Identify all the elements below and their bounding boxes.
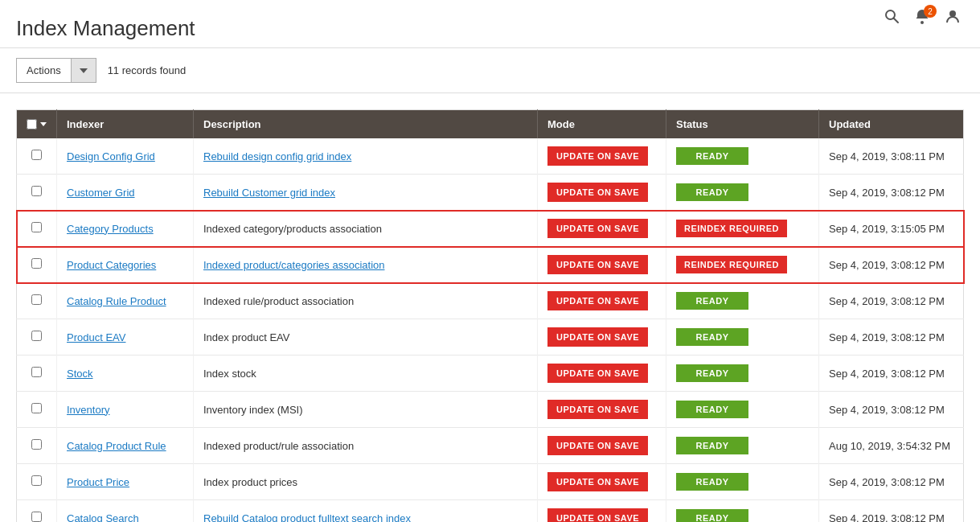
row-checkbox[interactable] bbox=[31, 331, 42, 341]
updated-date: Sep 4, 2019, 3:08:12 PM bbox=[819, 500, 964, 523]
index-table: Indexer Description Mode Status Updated … bbox=[16, 109, 964, 522]
indexer-name-link[interactable]: Category Products bbox=[67, 223, 154, 235]
row-checkbox[interactable] bbox=[31, 403, 42, 413]
chevron-down-icon bbox=[80, 68, 88, 73]
updated-date: Sep 4, 2019, 3:08:11 PM bbox=[819, 138, 964, 175]
description-text: Indexed rule/product association bbox=[194, 283, 538, 319]
updated-date: Sep 4, 2019, 3:08:12 PM bbox=[819, 464, 964, 500]
description-text: Indexed product/rule association bbox=[194, 428, 538, 464]
actions-arrow[interactable] bbox=[71, 59, 96, 82]
status-badge: READY bbox=[676, 364, 748, 382]
svg-line-1 bbox=[894, 18, 899, 23]
description-text: Inventory index (MSI) bbox=[194, 392, 538, 428]
row-checkbox[interactable] bbox=[31, 294, 42, 305]
table-row: Catalog Rule ProductIndexed rule/product… bbox=[17, 283, 964, 319]
mode-button[interactable]: UPDATE ON SAVE bbox=[547, 183, 648, 202]
status-badge: READY bbox=[676, 509, 748, 522]
table-row: Customer GridRebuild Customer grid index… bbox=[17, 175, 964, 211]
row-checkbox[interactable] bbox=[31, 512, 42, 522]
indexer-name-link[interactable]: Catalog Product Rule bbox=[67, 440, 166, 452]
indexer-name-link[interactable]: Customer Grid bbox=[67, 187, 135, 199]
status-badge: REINDEX REQUIRED bbox=[676, 220, 787, 237]
svg-point-2 bbox=[921, 21, 924, 24]
table-row: Category ProductsIndexed category/produc… bbox=[17, 211, 964, 247]
mode-button[interactable]: UPDATE ON SAVE bbox=[547, 508, 648, 522]
updated-date: Sep 4, 2019, 3:08:12 PM bbox=[819, 283, 964, 319]
description-link[interactable]: Indexed product/categories association bbox=[203, 259, 384, 271]
status-badge: REINDEX REQUIRED bbox=[676, 256, 787, 273]
row-checkbox[interactable] bbox=[31, 222, 42, 232]
select-all-chevron-icon[interactable] bbox=[40, 122, 47, 126]
description-link[interactable]: Rebuild Customer grid index bbox=[203, 187, 335, 199]
indexer-name-link[interactable]: Product EAV bbox=[67, 331, 125, 343]
table-row: Product EAVIndex product EAVUPDATE ON SA… bbox=[17, 319, 964, 356]
mode-button[interactable]: UPDATE ON SAVE bbox=[547, 327, 648, 347]
indexer-name-link[interactable]: Inventory bbox=[67, 404, 109, 416]
col-header-status: Status bbox=[666, 110, 819, 139]
col-header-description: Description bbox=[194, 110, 538, 139]
svg-point-3 bbox=[949, 10, 956, 17]
description-link[interactable]: Rebuild design config grid index bbox=[203, 150, 351, 162]
notification-icon[interactable]: 2 bbox=[914, 8, 933, 27]
table-row: Design Config GridRebuild design config … bbox=[17, 138, 964, 175]
status-badge: READY bbox=[676, 473, 748, 491]
status-badge: READY bbox=[676, 437, 748, 454]
col-header-indexer: Indexer bbox=[57, 110, 194, 139]
row-checkbox[interactable] bbox=[31, 439, 42, 450]
mode-button[interactable]: UPDATE ON SAVE bbox=[547, 146, 648, 166]
row-checkbox[interactable] bbox=[31, 258, 42, 269]
select-all-header[interactable] bbox=[17, 110, 57, 139]
status-badge: READY bbox=[676, 401, 748, 418]
indexer-name-link[interactable]: Stock bbox=[67, 368, 93, 380]
notification-badge: 2 bbox=[924, 5, 937, 18]
description-text: Indexed category/products association bbox=[194, 211, 538, 247]
row-checkbox[interactable] bbox=[31, 186, 42, 196]
updated-date: Sep 4, 2019, 3:08:12 PM bbox=[819, 175, 964, 211]
indexer-name-link[interactable]: Product Categories bbox=[67, 259, 156, 271]
indexer-name-link[interactable]: Catalog Rule Product bbox=[67, 295, 166, 307]
description-text: Index stock bbox=[194, 356, 538, 392]
row-checkbox[interactable] bbox=[31, 367, 42, 377]
table-row: StockIndex stockUPDATE ON SAVEREADYSep 4… bbox=[17, 356, 964, 392]
user-icon[interactable] bbox=[945, 8, 964, 27]
col-header-mode: Mode bbox=[538, 110, 666, 139]
updated-date: Sep 4, 2019, 3:08:12 PM bbox=[819, 392, 964, 428]
updated-date: Sep 4, 2019, 3:15:05 PM bbox=[819, 211, 964, 247]
indexer-name-link[interactable]: Design Config Grid bbox=[67, 150, 155, 162]
updated-date: Aug 10, 2019, 3:54:32 PM bbox=[819, 428, 964, 464]
records-count: 11 records found bbox=[108, 64, 187, 76]
mode-button[interactable]: UPDATE ON SAVE bbox=[547, 436, 648, 455]
mode-button[interactable]: UPDATE ON SAVE bbox=[547, 219, 648, 238]
indexer-name-link[interactable]: Product Price bbox=[67, 476, 129, 488]
description-link[interactable]: Rebuild Catalog product fulltext search … bbox=[203, 512, 411, 523]
table-row: Product CategoriesIndexed product/catego… bbox=[17, 247, 964, 283]
row-checkbox[interactable] bbox=[31, 475, 42, 486]
table-row: InventoryInventory index (MSI)UPDATE ON … bbox=[17, 392, 964, 428]
table-row: Product PriceIndex product pricesUPDATE … bbox=[17, 464, 964, 500]
mode-button[interactable]: UPDATE ON SAVE bbox=[547, 400, 648, 419]
updated-date: Sep 4, 2019, 3:08:12 PM bbox=[819, 356, 964, 392]
status-badge: READY bbox=[676, 328, 748, 346]
page-title: Index Management bbox=[16, 8, 964, 47]
status-badge: READY bbox=[676, 147, 748, 165]
updated-date: Sep 4, 2019, 3:08:12 PM bbox=[819, 319, 964, 356]
indexer-name-link[interactable]: Catalog Search bbox=[67, 512, 139, 523]
description-text: Index product prices bbox=[194, 464, 538, 500]
table-row: Catalog SearchRebuild Catalog product fu… bbox=[17, 500, 964, 523]
mode-button[interactable]: UPDATE ON SAVE bbox=[547, 255, 648, 274]
description-text: Index product EAV bbox=[194, 319, 538, 356]
status-badge: READY bbox=[676, 292, 748, 310]
status-badge: READY bbox=[676, 183, 748, 201]
table-row: Catalog Product RuleIndexed product/rule… bbox=[17, 428, 964, 464]
mode-button[interactable]: UPDATE ON SAVE bbox=[547, 291, 648, 310]
actions-dropdown[interactable]: Actions bbox=[16, 58, 96, 83]
col-header-updated: Updated bbox=[819, 110, 964, 139]
actions-label: Actions bbox=[17, 59, 71, 82]
select-all-checkbox[interactable] bbox=[27, 119, 37, 129]
row-checkbox[interactable] bbox=[31, 150, 42, 160]
mode-button[interactable]: UPDATE ON SAVE bbox=[547, 472, 648, 491]
mode-button[interactable]: UPDATE ON SAVE bbox=[547, 364, 648, 383]
search-icon[interactable] bbox=[884, 8, 903, 27]
updated-date: Sep 4, 2019, 3:08:12 PM bbox=[819, 247, 964, 283]
